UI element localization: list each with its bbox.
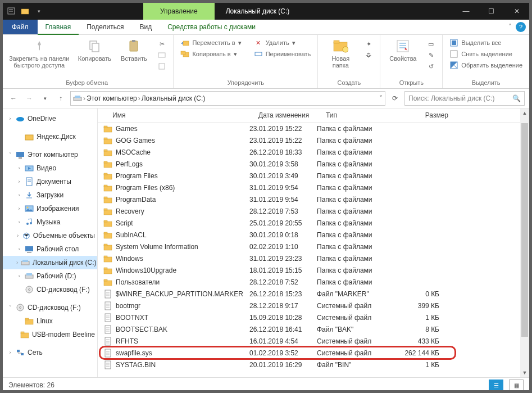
properties-icon[interactable] xyxy=(7,7,16,16)
file-row[interactable]: SubInACL30.01.2019 0:18Папка с файлами xyxy=(98,229,529,241)
file-list[interactable]: Имя Дата изменения Тип Размер Games23.01… xyxy=(98,109,529,377)
tree-item[interactable]: ›Видео xyxy=(3,161,97,175)
file-row[interactable]: PerfLogs30.01.2019 3:58Папка с файлами xyxy=(98,158,529,170)
expand-icon[interactable]: › xyxy=(7,350,13,355)
rename-button[interactable]: Переименовать xyxy=(252,48,313,60)
file-row[interactable]: Games23.01.2019 15:22Папка с файлами xyxy=(98,123,529,134)
expand-icon[interactable]: › xyxy=(16,179,22,184)
breadcrumb-segment[interactable]: Этот компьютер xyxy=(87,94,137,102)
tree-item[interactable]: ›Рабочий (D:) xyxy=(3,269,97,283)
file-tab[interactable]: Файл xyxy=(3,20,38,34)
tree-item[interactable]: ›Сеть xyxy=(3,346,97,359)
file-row[interactable]: BOOTNXT15.09.2018 10:28Системный файл1 К… xyxy=(98,311,529,323)
select-all-button[interactable]: Выделить все xyxy=(447,37,525,48)
forward-button[interactable]: → xyxy=(23,92,35,105)
tree-item[interactable]: ˅Этот компьютер xyxy=(3,148,97,161)
easy-access-button[interactable]: ⯐ xyxy=(362,49,375,61)
vertical-scrollbar[interactable]: ▲ ▼ xyxy=(520,109,529,377)
maximize-button[interactable]: ☐ xyxy=(479,3,504,20)
delete-button[interactable]: ✕Удалить ▾ xyxy=(252,37,313,48)
cut-button[interactable]: ✂ xyxy=(155,38,169,49)
details-view-button[interactable]: ☰ xyxy=(489,380,503,391)
expand-icon[interactable]: › xyxy=(16,192,22,198)
ribbon-collapse-icon[interactable]: ˄ xyxy=(504,20,516,34)
file-row[interactable]: Script25.01.2019 20:55Папка с файлами xyxy=(98,217,529,229)
back-button[interactable]: ← xyxy=(7,92,20,105)
tab-share[interactable]: Поделиться xyxy=(79,20,131,34)
navigation-tree[interactable]: ›OneDriveЯндекс.Диск˅Этот компьютер›Виде… xyxy=(3,109,98,377)
file-row[interactable]: BOOTSECT.BAK26.12.2018 16:41Файл "BAK"8 … xyxy=(98,323,529,335)
expand-icon[interactable]: › xyxy=(16,165,22,171)
scrollbar-thumb[interactable] xyxy=(521,123,528,337)
file-row[interactable]: Program Files (x86)31.01.2019 9:54Папка … xyxy=(98,182,529,193)
tree-item[interactable]: ›Изображения xyxy=(3,202,97,215)
file-row[interactable]: GOG Games23.01.2019 15:22Папка с файлами xyxy=(98,134,529,146)
scroll-down-icon[interactable]: ▼ xyxy=(520,368,529,377)
expand-icon[interactable]: › xyxy=(16,206,22,211)
col-size[interactable]: Размер xyxy=(392,111,453,119)
tree-item[interactable]: ›Документы xyxy=(3,175,97,188)
expand-icon[interactable]: ˅ xyxy=(7,152,13,157)
tree-item[interactable]: ›Объемные объекты xyxy=(3,229,97,242)
chevron-right-icon[interactable]: › xyxy=(138,94,140,102)
tab-home[interactable]: Главная xyxy=(38,20,79,35)
file-row[interactable]: swapfile.sys01.02.2019 3:52Системный фай… xyxy=(98,347,529,359)
qat-dropdown-icon[interactable]: ▾ xyxy=(34,7,43,16)
expand-icon[interactable]: › xyxy=(16,233,20,238)
paste-button[interactable]: Вставить xyxy=(116,37,152,63)
tree-item[interactable]: ›OneDrive xyxy=(3,112,97,125)
copy-path-button[interactable] xyxy=(155,49,169,61)
expand-icon[interactable]: › xyxy=(7,116,13,121)
pin-button[interactable]: Закрепить на панели быстрого доступа xyxy=(5,37,73,70)
tree-item[interactable]: USB-modem Beeline xyxy=(3,328,97,341)
tree-item[interactable]: ˅CD-дисковод (F:) xyxy=(3,301,97,314)
tree-item[interactable]: ›Загрузки xyxy=(3,188,97,202)
search-box[interactable]: Поиск: Локальный диск (C:) 🔍 xyxy=(404,91,525,106)
file-row[interactable]: SYSTAG.BIN20.01.2019 16:29Файл "BIN"1 КБ xyxy=(98,359,529,371)
tab-drive-tools[interactable]: Средства работы с дисками xyxy=(160,20,263,34)
column-headers[interactable]: Имя Дата изменения Тип Размер xyxy=(98,109,529,123)
file-row[interactable]: Program Files30.01.2019 3:49Папка с файл… xyxy=(98,170,529,182)
file-row[interactable]: Recovery28.12.2018 7:53Папка с файлами xyxy=(98,205,529,217)
expand-icon[interactable]: › xyxy=(16,246,22,252)
recent-locations-button[interactable]: ▾ xyxy=(39,92,51,105)
paste-shortcut-button[interactable] xyxy=(155,61,169,72)
help-button[interactable]: ? xyxy=(516,22,526,32)
new-item-button[interactable]: ✦ xyxy=(362,38,375,49)
copy-button[interactable]: Копировать xyxy=(76,37,112,63)
properties-button[interactable]: Свойства xyxy=(385,37,421,63)
up-button[interactable]: ↑ xyxy=(54,92,67,105)
file-row[interactable]: Пользователи28.12.2018 7:52Папка с файла… xyxy=(98,276,529,288)
tab-view[interactable]: Вид xyxy=(131,20,160,34)
open-button[interactable]: ▭ xyxy=(424,38,438,49)
tree-item[interactable]: Linux xyxy=(3,314,97,328)
file-row[interactable]: System Volume Information02.02.2019 1:10… xyxy=(98,241,529,252)
tree-item[interactable]: CD-дисковод (F:) xyxy=(3,283,97,296)
address-dropdown-icon[interactable]: ˅ xyxy=(379,94,383,102)
move-to-button[interactable]: Переместить в ▾ xyxy=(178,37,243,48)
select-none-button[interactable]: Снять выделение xyxy=(447,48,525,60)
file-row[interactable]: $WINRE_BACKUP_PARTITION.MARKER26.12.2018… xyxy=(98,288,529,300)
folder-icon[interactable] xyxy=(21,7,30,16)
icons-view-button[interactable]: ▦ xyxy=(509,380,524,391)
expand-icon[interactable]: ˅ xyxy=(7,305,13,310)
scroll-up-icon[interactable]: ▲ xyxy=(520,109,529,118)
minimize-button[interactable]: — xyxy=(453,3,479,20)
col-date[interactable]: Дата изменения xyxy=(258,111,326,119)
tree-item[interactable]: ›Музыка xyxy=(3,215,97,229)
breadcrumb-segment[interactable]: Локальный диск (C:) xyxy=(142,94,206,102)
col-name[interactable]: Имя xyxy=(98,111,258,119)
close-button[interactable]: ✕ xyxy=(504,3,529,20)
tree-item[interactable]: Яндекс.Диск xyxy=(3,130,97,143)
expand-icon[interactable]: › xyxy=(16,260,18,265)
file-row[interactable]: Windows31.01.2019 23:23Папка с файлами xyxy=(98,252,529,264)
file-row[interactable]: MSOCache26.12.2018 18:33Папка с файлами xyxy=(98,146,529,158)
expand-icon[interactable]: › xyxy=(16,273,22,279)
file-row[interactable]: Windows10Upgrade18.01.2019 15:15Папка с … xyxy=(98,264,529,276)
edit-button[interactable]: ✎ xyxy=(424,49,438,61)
file-row[interactable]: bootmgr28.12.2018 9:17Системный файл399 … xyxy=(98,300,529,311)
file-row[interactable]: RFHTS16.01.2019 4:54Системный файл433 КБ xyxy=(98,335,529,347)
tree-item[interactable]: ›Локальный диск (C:) xyxy=(3,256,97,269)
tree-item[interactable]: ›Рабочий стол xyxy=(3,242,97,256)
expand-icon[interactable]: › xyxy=(16,219,22,225)
